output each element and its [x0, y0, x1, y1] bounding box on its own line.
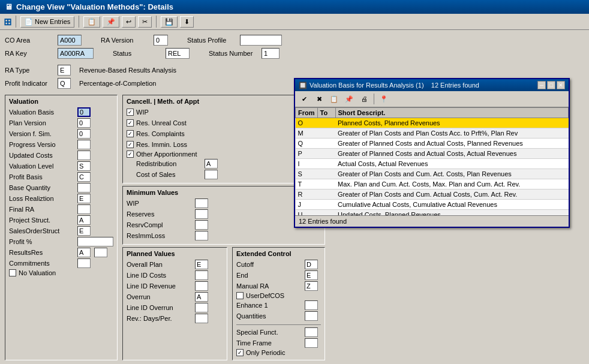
resrv-compl-row: ResrvCompl — [127, 220, 321, 230]
special-funct-input[interactable] — [305, 327, 318, 337]
final-ra-label: Final RA — [9, 206, 75, 213]
cutoff-label: Cutoff — [236, 261, 302, 268]
project-struct-input[interactable] — [77, 215, 91, 225]
popup-toolbar: ✔ ✖ 📋 📌 🖨 📍 — [295, 91, 569, 107]
end-label: End — [236, 272, 302, 279]
updated-costs-input[interactable] — [77, 151, 91, 160]
cell-to — [317, 210, 335, 216]
plan-version-input[interactable] — [77, 118, 91, 128]
loss-realiztion-input[interactable] — [77, 194, 91, 203]
col-from-header: From — [296, 108, 318, 118]
results-res-input2[interactable] — [94, 248, 107, 257]
valuation-section: Valuation Valuation Basis Plan Version V… — [5, 95, 118, 360]
table-row[interactable]: TMax. Plan and Cum. Act. Costs, Max. Pla… — [296, 179, 569, 189]
ra-version-input[interactable] — [154, 35, 168, 46]
sales-order-struct-input[interactable] — [77, 226, 91, 236]
profit-basis-input[interactable] — [77, 172, 91, 182]
table-row[interactable]: RGreater of Plan Costs and Cum. Actual C… — [296, 189, 569, 200]
valuation-basis-input[interactable] — [77, 107, 91, 117]
other-apport-checkbox[interactable] — [127, 151, 134, 158]
popup-cancel-button[interactable]: ✖ — [312, 93, 326, 105]
table-row[interactable]: QGreater of Planned Costs and Actual Cos… — [296, 139, 569, 149]
base-quantity-input[interactable] — [77, 183, 91, 192]
overrun-input[interactable] — [195, 292, 208, 302]
no-valuation-checkbox[interactable] — [9, 269, 16, 276]
progress-versio-input[interactable] — [77, 140, 91, 149]
table-row[interactable]: MGreater of Plan Costs and Plan Costs Ac… — [296, 128, 569, 139]
table-row[interactable]: PGreater of Planned Costs and Actual Cos… — [296, 149, 569, 159]
rev-days-per-input[interactable] — [195, 314, 208, 323]
time-frame-input[interactable] — [305, 338, 318, 348]
line-id-overrun-input[interactable] — [195, 303, 208, 312]
only-periodic-label: Only Periodic — [246, 349, 285, 356]
profit-indicator-desc: Percentage-of-Completion — [79, 80, 156, 87]
profit-indicator-input[interactable] — [58, 78, 71, 89]
status-input[interactable] — [166, 48, 190, 59]
res-complaints-checkbox[interactable] — [127, 130, 134, 137]
undo-button[interactable]: ↩ — [122, 16, 136, 28]
overall-plan-input[interactable] — [195, 260, 208, 269]
popup-copy-button[interactable]: 📋 — [327, 93, 341, 105]
results-res-input[interactable] — [77, 248, 91, 257]
end-input[interactable] — [305, 270, 318, 280]
co-area-input[interactable] — [58, 35, 82, 46]
res-unreal-checkbox[interactable] — [127, 119, 134, 127]
resrv-compl-input[interactable] — [195, 220, 208, 230]
popup-table-header: From To Short Descript. — [296, 108, 569, 118]
download-button[interactable]: ⬇ — [180, 16, 194, 28]
wip-label: WIP — [136, 109, 149, 116]
profit-pct-label: Profit % — [9, 238, 75, 245]
table-row[interactable]: UUpdated Costs, Planned Revenues — [296, 210, 569, 216]
popup-print-button[interactable]: 🖨 — [357, 93, 371, 105]
version-sim-input[interactable] — [77, 129, 91, 139]
status-profile-input[interactable] — [240, 35, 282, 46]
ra-key-input[interactable] — [58, 48, 94, 59]
toolbar-separator — [16, 16, 16, 28]
cutoff-input[interactable] — [305, 260, 318, 269]
profit-pct-input[interactable] — [77, 237, 113, 246]
manual-ra-input[interactable] — [305, 281, 318, 291]
redistribution-input[interactable] — [205, 159, 218, 169]
user-def-cos-row: UserDefCOS — [236, 292, 321, 299]
quantities-input[interactable] — [305, 311, 318, 321]
valuation-title: Valuation — [9, 98, 113, 105]
results-res-label: ResultsRes — [9, 249, 75, 256]
res-imm-loss-input[interactable] — [195, 231, 208, 240]
popup-check-button[interactable]: ✔ — [297, 93, 311, 105]
final-ra-input[interactable] — [77, 204, 91, 214]
wip-checkbox[interactable] — [127, 109, 134, 116]
cell-from: I — [296, 159, 318, 169]
popup-maximize-button[interactable]: □ — [547, 81, 555, 89]
reserves-input[interactable] — [195, 209, 208, 219]
ra-type-input[interactable] — [58, 65, 71, 76]
popup-close-button[interactable]: ✕ — [557, 81, 565, 89]
table-row[interactable]: OPlanned Costs, Planned Revenues — [296, 118, 569, 128]
table-row[interactable]: IActual Costs, Actual Revenues — [296, 159, 569, 169]
popup-minimize-button[interactable]: ─ — [537, 81, 546, 89]
popup-table-container[interactable]: From To Short Descript. OPlanned Costs, … — [295, 107, 569, 215]
new-entries-button[interactable]: 📄 New Entries — [20, 16, 74, 28]
table-row[interactable]: JCumulative Actual Costs, Cumulative Act… — [296, 200, 569, 210]
user-def-cos-checkbox[interactable] — [236, 292, 244, 299]
table-row[interactable]: SGreater of Plan Costs and Cum. Act. Cos… — [296, 169, 569, 179]
line-id-costs-input[interactable] — [195, 270, 208, 280]
other-apport-row: Other Apportionment — [127, 151, 321, 158]
only-periodic-checkbox[interactable] — [236, 349, 244, 356]
valuation-level-input[interactable] — [77, 161, 91, 171]
minval-wip-input[interactable] — [195, 198, 208, 208]
cost-of-sales-input[interactable] — [205, 170, 218, 179]
no-valuation-row: No Valuation — [9, 269, 113, 276]
res-immin-checkbox[interactable] — [127, 141, 134, 148]
enhance1-input[interactable] — [305, 300, 318, 310]
status-number-input[interactable] — [262, 48, 280, 59]
save-button[interactable]: 💾 — [161, 16, 178, 28]
ra-type-row: RA Type Revenue-Based Results Analysis — [5, 65, 584, 76]
cut-button[interactable]: ✂ — [138, 16, 152, 28]
commitments-input[interactable] — [77, 258, 91, 268]
copy-button[interactable]: 📋 — [83, 16, 100, 28]
popup-pin-button[interactable]: 📍 — [377, 93, 390, 105]
ra-type-label: RA Type — [5, 67, 53, 74]
paste-button[interactable]: 📌 — [103, 16, 119, 28]
popup-paste-button[interactable]: 📌 — [342, 93, 356, 105]
line-id-revenue-input[interactable] — [195, 281, 208, 291]
